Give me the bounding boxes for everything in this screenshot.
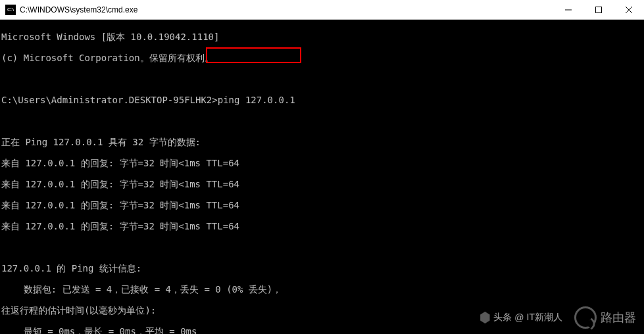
output-line <box>1 116 644 126</box>
output-line <box>1 242 644 252</box>
watermark-left: 头条 @ IT新潮人 <box>479 312 562 323</box>
watermark-text: 头条 <box>493 312 512 323</box>
prompt-line: C:\Users\Administrator.DESKTOP-95FLHK2>p… <box>1 95 644 105</box>
close-button[interactable] <box>614 0 644 19</box>
window-titlebar: C:\ C:\WINDOWS\system32\cmd.exe <box>0 0 644 20</box>
entered-command: ping 127.0.0.1 <box>218 95 295 105</box>
window-controls <box>553 0 644 19</box>
cmd-icon: C:\ <box>5 5 16 15</box>
prompt-path: C:\Users\Administrator.DESKTOP-95FLHK2> <box>1 95 218 105</box>
output-line: 来自 127.0.0.1 的回复: 字节=32 时间<1ms TTL=64 <box>1 179 644 189</box>
window-title: C:\WINDOWS\system32\cmd.exe <box>20 5 553 14</box>
watermark-author: IT新潮人 <box>527 312 562 323</box>
output-line: 来自 127.0.0.1 的回复: 字节=32 时间<1ms TTL=64 <box>1 200 644 210</box>
watermark-right-text: 路由器 <box>601 310 636 325</box>
router-logo-icon <box>574 306 597 329</box>
output-line: (c) Microsoft Corporation。保留所有权利。 <box>1 53 644 63</box>
watermark-right: 路由器 <box>574 306 636 329</box>
output-line: 正在 Ping 127.0.0.1 具有 32 字节的数据: <box>1 137 644 147</box>
output-line: 127.0.0.1 的 Ping 统计信息: <box>1 263 644 274</box>
output-line: 来自 127.0.0.1 的回复: 字节=32 时间<1ms TTL=64 <box>1 221 644 231</box>
output-line: 来自 127.0.0.1 的回复: 字节=32 时间<1ms TTL=64 <box>1 158 644 168</box>
terminal-output[interactable]: Microsoft Windows [版本 10.0.19042.1110] (… <box>0 20 644 334</box>
at-icon: @ <box>514 312 524 323</box>
svg-rect-1 <box>596 7 602 12</box>
watermark: 头条 @ IT新潮人 路由器 <box>479 306 636 329</box>
output-line <box>1 74 644 84</box>
maximize-button[interactable] <box>583 0 614 19</box>
minimize-button[interactable] <box>553 0 583 19</box>
output-line: 数据包: 已发送 = 4，已接收 = 4，丢失 = 0 (0% 丢失)， <box>1 284 644 295</box>
output-line: Microsoft Windows [版本 10.0.19042.1110] <box>1 32 644 42</box>
toutiao-logo-icon <box>479 312 491 323</box>
